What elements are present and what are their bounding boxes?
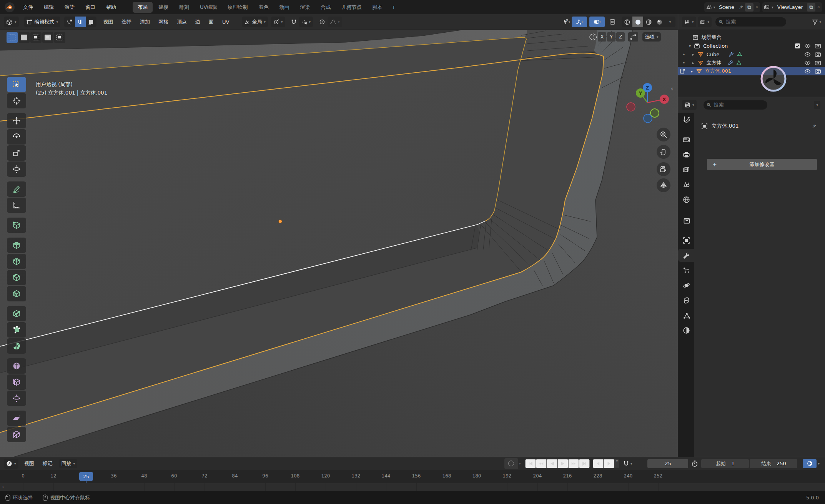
delete-scene-icon[interactable]: ✕ (755, 5, 758, 10)
viewport-menu-item[interactable]: 面 (205, 18, 218, 25)
timeline-menu-item[interactable]: 视图 (20, 460, 38, 467)
breadcrumb-object-name[interactable]: 立方体.001 (712, 123, 739, 130)
jump-to-end-button[interactable] (579, 459, 590, 468)
mesh-data-icon[interactable] (737, 52, 742, 57)
viewport-menu-item[interactable]: 边 (191, 18, 205, 25)
auto-keyframe-toggle[interactable] (504, 458, 518, 469)
tool-button[interactable] (7, 181, 26, 197)
properties-tab[interactable] (678, 163, 694, 176)
workspace-tab[interactable]: 合成 (316, 2, 336, 13)
frame-step-dropdown[interactable]: ▾ (614, 459, 619, 468)
timeline-track[interactable]: › (0, 483, 825, 491)
snap-target-dropdown[interactable]: ▾ (299, 17, 313, 27)
expand-chevron-icon[interactable]: ▸ (692, 61, 694, 65)
camera-view-button[interactable] (657, 162, 670, 176)
properties-tab[interactable] (678, 193, 694, 206)
tool-button[interactable] (7, 427, 26, 442)
add-workspace-button[interactable]: + (388, 0, 399, 14)
app-menu-item[interactable]: 窗口 (80, 0, 101, 14)
properties-tab[interactable] (678, 148, 694, 161)
properties-tab[interactable] (678, 249, 694, 262)
outliner-row-cube-cn[interactable]: • ▸ 立方体 (678, 58, 825, 67)
playback-menu[interactable]: 回放 ▾ (59, 459, 78, 468)
workspace-tab[interactable]: 动画 (274, 2, 294, 13)
zoom-button[interactable] (657, 128, 670, 141)
properties-options-chevron[interactable]: ▾ (814, 101, 820, 109)
snap-toggle-button[interactable] (288, 17, 299, 27)
new-scene-icon[interactable]: ⧉ (745, 3, 753, 12)
properties-editor-type-button[interactable]: ▾ (682, 100, 697, 110)
timeline-ruler[interactable]: 0123648607284961081201321441561681801922… (0, 470, 825, 483)
hide-eye-icon[interactable] (804, 43, 811, 49)
tool-button[interactable] (7, 306, 26, 321)
app-menu-item[interactable]: 帮助 (101, 0, 121, 14)
sidebar-collapse-arrow[interactable]: ‹ (671, 85, 673, 92)
tool-button[interactable] (7, 238, 26, 253)
proportional-falloff-dropdown[interactable]: ▾ (328, 17, 342, 27)
viewport-menu-item[interactable]: 顶点 (173, 18, 191, 25)
frame-back-button[interactable] (593, 459, 604, 468)
tool-button[interactable] (7, 391, 26, 406)
properties-tab[interactable] (678, 264, 694, 277)
outliner-display-mode-dropdown[interactable]: ▾ (682, 17, 696, 27)
pin-icon[interactable]: 📌︎ (738, 4, 743, 10)
viewlayer-name[interactable]: ViewLayer (775, 4, 805, 10)
new-viewlayer-icon[interactable]: ⧉ (807, 3, 815, 12)
scene-icon[interactable] (706, 4, 712, 10)
face-select-mode-button[interactable] (86, 17, 96, 27)
workspace-tab[interactable]: 雕刻 (174, 2, 194, 13)
tool-button[interactable] (7, 338, 26, 354)
workspace-tab[interactable]: 纹理绘制 (223, 2, 253, 13)
frame-end-field[interactable]: 结束 250 (750, 459, 797, 468)
viewlayer-icon[interactable] (764, 4, 770, 10)
jump-to-start-button[interactable] (525, 459, 536, 468)
disable-render-camera-icon[interactable] (815, 51, 821, 58)
tool-options-dropdown[interactable]: 选项 ▾ (642, 32, 661, 42)
snap-falloff-icon[interactable] (628, 32, 638, 42)
viewport-menu-item[interactable]: 网格 (154, 18, 173, 25)
workspace-tab[interactable]: 渲染 (295, 2, 315, 13)
add-modifier-button[interactable]: ＋ 添加修改器 (707, 159, 817, 170)
hide-eye-icon[interactable] (804, 51, 811, 58)
wireframe-shading-button[interactable] (622, 17, 632, 27)
navigation-gizmo[interactable]: Z Y X (623, 76, 677, 126)
visibility-dropdown[interactable]: 0▾ (561, 17, 572, 27)
tool-button[interactable] (7, 77, 26, 92)
app-menu-item[interactable]: 渲染 (59, 0, 80, 14)
play-reverse-button[interactable] (547, 459, 557, 468)
outliner-search[interactable]: 🔍︎ 搜索 (715, 17, 786, 27)
material-preview-shading-button[interactable] (643, 17, 654, 27)
outliner-filter-dropdown[interactable]: ▾ (812, 19, 821, 25)
blender-logo-icon[interactable] (5, 2, 15, 12)
workspace-tab[interactable]: UV编辑 (195, 2, 222, 13)
properties-tab[interactable] (678, 213, 694, 226)
proportional-editing-toggle[interactable] (317, 17, 328, 27)
disable-render-camera-icon[interactable] (815, 43, 821, 49)
mirror-axis-toggle[interactable]: Z (616, 32, 625, 42)
outliner-row-cube[interactable]: • ▸ Cube (678, 50, 825, 58)
outliner-row-collection[interactable]: ▾ Collection (678, 42, 825, 50)
outliner-row-cube-001[interactable]: ▸ 立方体.001 (678, 67, 825, 75)
disable-render-camera-icon[interactable] (815, 60, 821, 66)
tool-button[interactable] (7, 93, 26, 108)
properties-tab[interactable] (678, 324, 694, 337)
gizmo-axis-negy[interactable] (650, 109, 659, 117)
workspace-tab[interactable]: 着色 (253, 2, 273, 13)
tool-button[interactable] (7, 129, 26, 145)
disable-render-camera-icon[interactable] (815, 68, 821, 75)
workspace-tab[interactable]: 脚本 (367, 2, 387, 13)
timeline-menu-item[interactable]: 标记 (38, 460, 57, 467)
tool-button[interactable] (7, 113, 26, 128)
keying-dropdown-chevron[interactable]: ▾ (519, 462, 521, 466)
tool-button[interactable] (7, 218, 26, 233)
viewport-menu-item[interactable]: 视图 (99, 18, 117, 25)
expand-chevron-icon[interactable]: ▸ (691, 69, 693, 73)
tool-button[interactable] (7, 198, 26, 213)
gizmos-toggle[interactable]: ▾ (572, 17, 587, 27)
xray-toggle[interactable] (607, 17, 618, 27)
expand-chevron-icon[interactable]: ▸ (692, 52, 694, 57)
workspace-tab[interactable]: 几何节点 (336, 2, 366, 13)
prev-keyframe-button[interactable] (536, 459, 547, 468)
scene-name[interactable]: Scene (717, 4, 737, 10)
track-expand-chevron[interactable]: › (2, 484, 4, 489)
